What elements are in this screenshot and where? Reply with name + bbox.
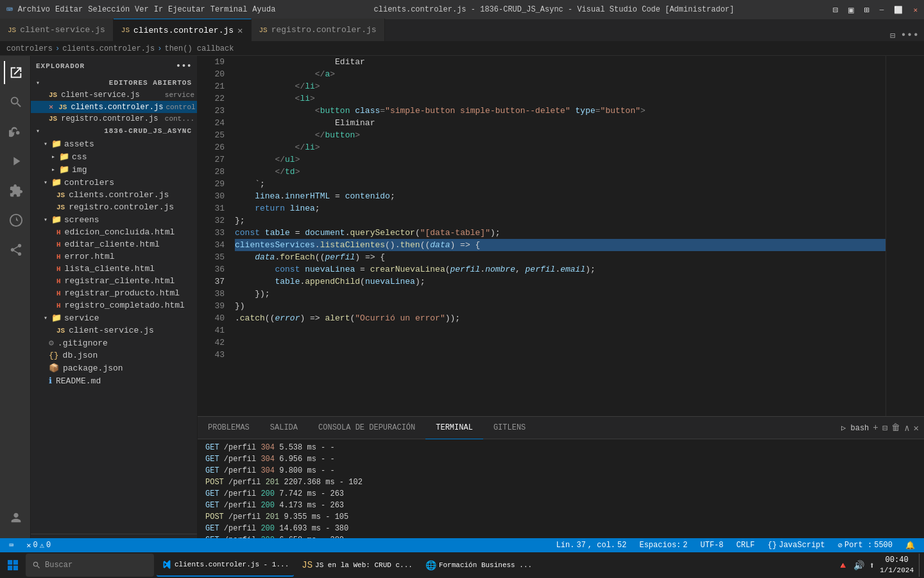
status-encoding[interactable]: UTF-8 <box>697 538 726 552</box>
menu-ir[interactable]: Ir <box>154 5 163 14</box>
status-bar-left: ⌨ ✕ 0 ⚠ 0 <box>6 538 53 552</box>
file-registro-completado[interactable]: H registro_completado.html <box>31 299 197 311</box>
tray-icon-1[interactable]: 🔺 <box>837 560 848 571</box>
split-terminal-icon[interactable]: ⊟ <box>882 423 887 434</box>
file-registrar-cliente[interactable]: H registrar_cliente.html <box>31 275 197 287</box>
file-clients-controler[interactable]: JS clients.controler.js <box>31 189 197 201</box>
more-actions-icon[interactable]: ••• <box>900 30 919 41</box>
file-lista-cliente[interactable]: H lista_cliente.html <box>31 263 197 275</box>
menu-seleccion[interactable]: Selección <box>88 5 130 14</box>
folder-assets[interactable]: ▾ 📁 assets <box>31 137 197 150</box>
code-line-20: </a> <box>235 68 886 80</box>
status-notification[interactable]: 🔔 <box>903 538 918 552</box>
file-registrar-producto[interactable]: H registrar_producto.html <box>31 287 197 299</box>
maximize-panel-icon[interactable]: ∧ <box>904 423 909 434</box>
show-desktop-icon[interactable] <box>919 554 921 577</box>
title-bar-right: ⊟ ▣ ⊞ — ⬜ ✕ <box>832 4 918 15</box>
project-header[interactable]: ▾ 1836-CRUD_JS_ASYNC <box>31 125 197 137</box>
tab-registro-controler[interactable]: JS registro.controler.js <box>252 19 385 41</box>
panel-tab-terminal[interactable]: TERMINAL <box>425 417 483 439</box>
taskbar-clock[interactable]: 00:40 1/1/2024 <box>880 556 914 575</box>
file-editar-cliente[interactable]: H editar_cliente.html <box>31 238 197 250</box>
tab-client-service[interactable]: JS client-service.js <box>0 19 114 41</box>
activity-explorer[interactable] <box>4 61 27 84</box>
folder-screens[interactable]: ▾ 📁 screens <box>31 213 197 226</box>
tray-network-icon[interactable]: 🔊 <box>853 560 864 571</box>
search-taskbar[interactable]: Buscar <box>26 554 154 577</box>
status-line-ending[interactable]: CRLF <box>734 538 758 552</box>
open-editor-client-service[interactable]: JS client-service.js service <box>31 89 197 101</box>
code-line-29: `; <box>235 178 886 190</box>
close-panel-icon[interactable]: ✕ <box>914 423 919 434</box>
taskbar-browser-fb[interactable]: 🌐 Formación Business ... <box>420 554 537 577</box>
status-port[interactable]: ⊘ Port : 5500 <box>835 538 895 552</box>
file-close-icon[interactable]: ✕ <box>49 102 53 112</box>
activity-live-share[interactable] <box>4 238 27 261</box>
taskbar-browser-js[interactable]: JS JS en la Web: CRUD c... <box>296 554 418 577</box>
status-spaces[interactable]: Espacios: 2 <box>637 538 690 552</box>
panel-tab-problemas[interactable]: PROBLEMAS <box>198 417 260 439</box>
new-terminal-icon[interactable]: + <box>873 423 878 433</box>
html-icon: H <box>56 265 61 273</box>
activity-account[interactable] <box>4 506 27 529</box>
breadcrumb-controlers[interactable]: controlers <box>6 44 53 53</box>
activity-remote[interactable] <box>4 209 27 232</box>
open-editor-registro-controler[interactable]: JS registro.controler.js cont... <box>31 113 197 125</box>
maximize-button[interactable]: ⬜ <box>894 6 903 14</box>
layout-icon-3[interactable]: ⊞ <box>864 4 869 15</box>
file-registro-controler[interactable]: JS registro.controler.js <box>31 201 197 213</box>
folder-service[interactable]: ▾ 📁 service <box>31 311 197 324</box>
file-client-service[interactable]: JS client-service.js <box>31 324 197 337</box>
activity-source-control[interactable] <box>4 120 27 143</box>
open-editor-filename: registro.controler.js <box>61 114 162 123</box>
open-editor-clients-controler[interactable]: ✕ JS clients.controler.js control... <box>31 101 197 113</box>
menu-ejecutar[interactable]: Ejecutar <box>168 5 205 14</box>
line-number: 37 <box>198 276 225 288</box>
menu-terminal[interactable]: Terminal <box>210 5 248 14</box>
menu-ver[interactable]: Ver <box>135 5 149 14</box>
status-language[interactable]: {} JavaScript <box>765 538 827 552</box>
menu-ayuda[interactable]: Ayuda <box>252 5 275 14</box>
folder-css[interactable]: ▸ 📁 css <box>31 150 197 163</box>
layout-icon-1[interactable]: ⊟ <box>832 4 837 15</box>
menu-editar[interactable]: Editar <box>55 5 83 14</box>
tab-close-button[interactable]: ✕ <box>237 25 243 36</box>
split-editor-icon[interactable]: ⊟ <box>890 30 895 41</box>
activity-run-debug[interactable] <box>4 150 27 173</box>
folder-controlers[interactable]: ▾ 📁 controlers <box>31 176 197 189</box>
activity-search[interactable] <box>4 91 27 114</box>
line-number: 38 <box>198 288 225 300</box>
layout-icon-2[interactable]: ▣ <box>848 4 853 15</box>
file-package-json[interactable]: 📦 package.json <box>31 362 197 374</box>
status-line-col[interactable]: Lín. 37 , col. 52 <box>554 538 629 552</box>
tab-clients-controler[interactable]: JS clients.controler.js ✕ <box>114 19 252 41</box>
tray-volume-icon[interactable]: ⬆ <box>869 560 875 571</box>
open-editors-header[interactable]: ▾ EDITORES ABIERTOS <box>31 76 197 89</box>
breadcrumb-symbol[interactable]: then() callback <box>164 44 234 53</box>
taskbar-vscode[interactable]: clients.controler.js - 1... <box>157 554 294 577</box>
main-layout: EXPLORADOR ••• ▾ EDITORES ABIERTOS JS cl… <box>0 56 924 564</box>
start-button[interactable] <box>3 554 23 577</box>
activity-extensions[interactable] <box>4 179 27 202</box>
code-editor-inner: 19 20 21 22 23 24 25 26 27 28 29 30 31 3… <box>198 56 924 416</box>
explorer-more-icon[interactable]: ••• <box>176 61 192 71</box>
line-number: 28 <box>198 166 225 178</box>
line-number: 32 <box>198 215 225 227</box>
panel-tab-salida[interactable]: SALIDA <box>260 417 308 439</box>
breadcrumb-file[interactable]: clients.controler.js <box>62 44 155 53</box>
file-readme[interactable]: ℹ README.md <box>31 374 197 387</box>
folder-img[interactable]: ▸ 📁 img <box>31 163 197 176</box>
file-error[interactable]: H error.html <box>31 250 197 263</box>
minimize-button[interactable]: — <box>880 6 884 13</box>
status-errors[interactable]: ✕ 0 ⚠ 0 <box>24 538 53 552</box>
file-db-json[interactable]: {} db.json <box>31 349 197 362</box>
status-remote-icon[interactable]: ⌨ <box>6 538 16 552</box>
file-gitignore[interactable]: ⚙ .gitignore <box>31 337 197 349</box>
kill-terminal-icon[interactable]: 🗑 <box>891 423 900 433</box>
close-button[interactable]: ✕ <box>913 6 918 14</box>
file-edicion-concluida[interactable]: H edicion_concluida.html <box>31 226 197 238</box>
panel-tab-gitlens[interactable]: GITLENS <box>483 417 536 439</box>
menu-archivo[interactable]: Archivo <box>18 5 50 14</box>
panel-tab-consola[interactable]: CONSOLA DE DEPURACIÓN <box>308 417 425 439</box>
code-content[interactable]: Editar </a> </li> <li> <button class="si… <box>230 56 886 416</box>
